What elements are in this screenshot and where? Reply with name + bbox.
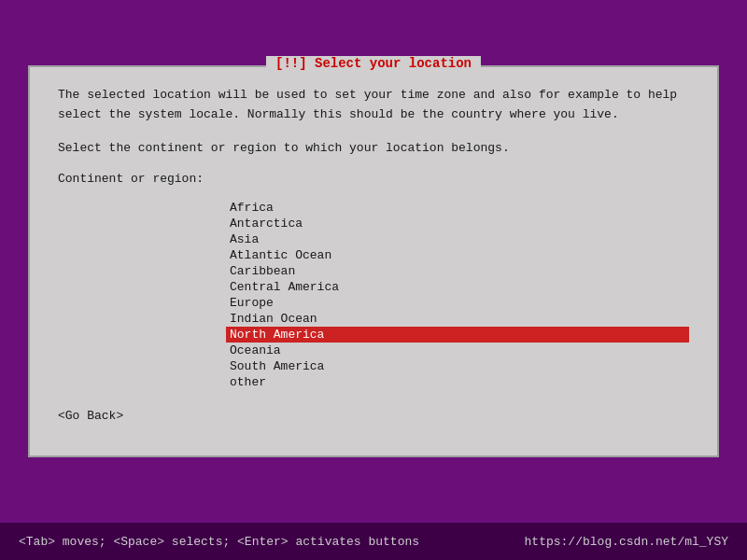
desc-line2: select the system locale. Normally this … <box>58 107 619 121</box>
continent-item-7[interactable]: Indian Ocean <box>226 311 689 327</box>
dialog-box: [!!] Select your location The selected l… <box>28 65 719 457</box>
continent-item-1[interactable]: Antarctica <box>226 216 689 231</box>
dialog-title: [!!] Select your location <box>266 56 481 71</box>
description: The selected location will be used to se… <box>58 86 689 125</box>
continent-item-10[interactable]: South America <box>226 358 689 374</box>
prompt: Select the continent or region to which … <box>58 139 689 159</box>
status-right: https://blog.csdn.net/ml_YSY <box>525 535 728 549</box>
continent-list: AfricaAntarcticaAsiaAtlantic OceanCaribb… <box>226 200 689 390</box>
go-back-button[interactable]: <Go Back> <box>58 409 689 423</box>
continent-item-4[interactable]: Caribbean <box>226 263 689 279</box>
status-bar: <Tab> moves; <Space> selects; <Enter> ac… <box>0 523 747 560</box>
status-left: <Tab> moves; <Space> selects; <Enter> ac… <box>19 535 419 549</box>
prompt-line: Select the continent or region to which … <box>58 141 510 155</box>
continent-item-5[interactable]: Central America <box>226 279 689 295</box>
continent-item-0[interactable]: Africa <box>226 200 689 216</box>
section-label: Continent or region: <box>58 172 689 186</box>
continent-item-9[interactable]: Oceania <box>226 343 689 358</box>
continent-item-11[interactable]: other <box>226 374 689 390</box>
continent-item-2[interactable]: Asia <box>226 231 689 247</box>
continent-item-6[interactable]: Europe <box>226 295 689 311</box>
desc-line1: The selected location will be used to se… <box>58 88 677 102</box>
continent-item-8[interactable]: North America <box>226 327 689 343</box>
continent-item-3[interactable]: Atlantic Ocean <box>226 247 689 263</box>
main-area: [!!] Select your location The selected l… <box>0 0 747 523</box>
